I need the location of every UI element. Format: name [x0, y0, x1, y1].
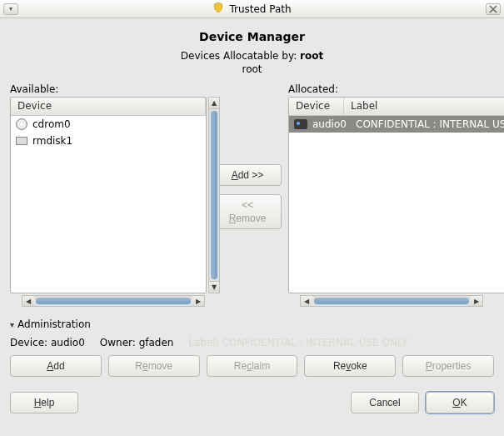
available-header: Device: [11, 98, 206, 116]
admin-remove-button[interactable]: Remove: [108, 355, 200, 377]
allocated-column: Allocated: Device Label audio0 CONFIDENT…: [288, 83, 504, 307]
allocated-label: Allocated:: [288, 83, 504, 95]
device-label: CONFIDENTIAL : INTERNAL USE ONLY: [356, 118, 504, 130]
scroll-up-arrow[interactable]: ▲: [209, 98, 219, 109]
scroll-left-arrow[interactable]: ◀: [301, 296, 312, 306]
add-transfer-button[interactable]: Add >>: [213, 164, 282, 186]
allocatable-by: Devices Allocatable by: root: [10, 50, 494, 62]
available-horizontal-scrollbar[interactable]: ◀ ▶: [22, 295, 205, 307]
available-label: Available:: [10, 83, 207, 95]
page-title: Device Manager: [10, 30, 494, 43]
scroll-left-arrow[interactable]: ◀: [22, 296, 34, 306]
admin-reclaim-button[interactable]: Reclaim: [207, 355, 298, 377]
device-name: cdrom0: [32, 118, 71, 130]
allocated-header: Device Label: [289, 98, 504, 116]
scroll-right-arrow[interactable]: ▶: [471, 296, 482, 306]
scroll-down-arrow[interactable]: ▼: [209, 281, 219, 293]
content-area: Device Manager Devices Allocatable by: r…: [0, 18, 504, 420]
admin-add-button[interactable]: Add: [10, 355, 102, 377]
audio-icon: [294, 119, 307, 129]
close-button[interactable]: [486, 3, 501, 15]
chevron-down-icon: ▾: [10, 320, 14, 329]
list-item[interactable]: audio0 CONFIDENTIAL : INTERNAL USE ONLY: [289, 116, 504, 133]
allocated-body[interactable]: audio0 CONFIDENTIAL : INTERNAL USE ONLY: [289, 116, 504, 293]
allocatable-by-line2: root: [10, 63, 494, 75]
disk-icon: [16, 137, 27, 145]
allocated-header-device[interactable]: Device: [289, 98, 344, 115]
admin-label-value: CONFIDENTIAL : INTERNAL USE ONLY: [222, 337, 408, 348]
scroll-thumb[interactable]: [314, 298, 469, 304]
device-name: audio0: [312, 118, 351, 130]
scroll-thumb[interactable]: [36, 298, 191, 304]
device-name: rmdisk1: [32, 135, 72, 147]
admin-revoke-button[interactable]: Revoke: [304, 355, 396, 377]
ok-button[interactable]: OK: [426, 392, 494, 413]
administration-buttons: Add Remove Reclaim Revoke Properties: [10, 355, 494, 377]
admin-properties-button[interactable]: Properties: [402, 355, 494, 377]
list-item[interactable]: rmdisk1: [11, 133, 206, 149]
titlebar: ▾ Trusted Path: [0, 0, 504, 18]
administration-heading: Administration: [17, 318, 91, 330]
remove-transfer-button[interactable]: << Remove: [213, 194, 282, 229]
allocated-horizontal-scrollbar[interactable]: ◀ ▶: [300, 295, 483, 307]
dialog-footer: Help Cancel OK: [10, 392, 494, 413]
available-listbox[interactable]: Device cdrom0 rmdisk1: [10, 97, 207, 293]
list-item[interactable]: cdrom0: [11, 116, 206, 133]
administration-expander[interactable]: ▾ Administration: [10, 318, 494, 330]
available-vertical-scrollbar[interactable]: ▲ ▼: [208, 97, 220, 293]
help-button[interactable]: Help: [10, 392, 78, 413]
available-column: Available: Device cdrom0 rmdisk1: [10, 83, 207, 307]
allocated-listbox[interactable]: Device Label audio0 CONFIDENTIAL : INTER…: [288, 97, 504, 293]
admin-device-value: audio0: [51, 337, 85, 348]
scroll-thumb[interactable]: [211, 111, 217, 279]
scroll-right-arrow[interactable]: ▶: [192, 296, 204, 306]
shield-icon: [212, 2, 224, 16]
allocated-header-label[interactable]: Label: [344, 98, 504, 115]
available-body[interactable]: cdrom0 rmdisk1: [11, 116, 206, 293]
cancel-button[interactable]: Cancel: [351, 392, 419, 413]
admin-owner-value: gfaden: [139, 337, 174, 348]
cd-icon: [16, 118, 27, 130]
administration-details: Device: audio0 Owner: gfaden Label: CONF…: [10, 337, 494, 348]
administration-section: ▾ Administration Device: audio0 Owner: g…: [10, 318, 494, 377]
window-title: Trusted Path: [229, 3, 291, 15]
available-header-device[interactable]: Device: [11, 98, 206, 115]
window-menu-button[interactable]: ▾: [3, 3, 18, 15]
